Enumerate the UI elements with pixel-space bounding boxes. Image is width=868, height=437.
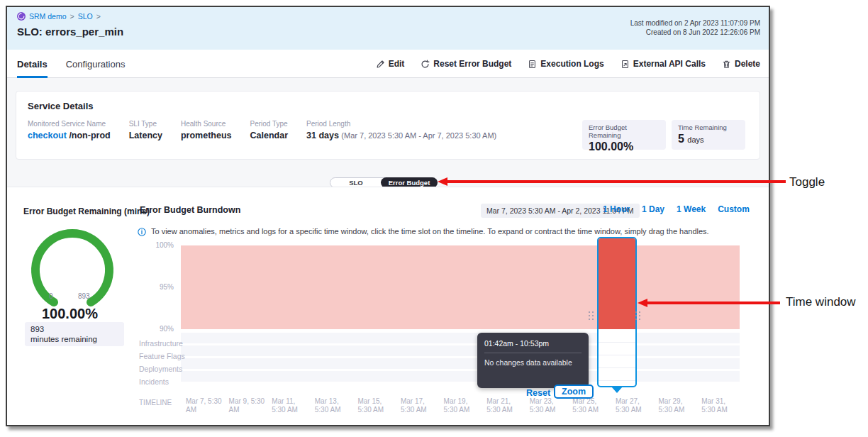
tooltip-message: No changes data available	[484, 358, 582, 367]
pencil-icon	[376, 60, 385, 69]
execution-logs-button[interactable]: Execution Logs	[528, 59, 603, 69]
tab-configurations[interactable]: Configurations	[66, 50, 126, 78]
timeline-tick[interactable]: Mar 27, 5:30 AM	[611, 397, 654, 414]
toggle-annotation-label: Toggle	[789, 175, 825, 189]
external-api-calls-button[interactable]: External API Calls	[621, 59, 706, 69]
field-period-length: Period Length 31 days (Mar 7, 2023 5:30 …	[306, 120, 496, 140]
trash-icon	[722, 60, 731, 69]
minutes-remaining-label: minutes remaining	[30, 334, 118, 344]
row-label-incidents: Incidents	[139, 377, 169, 386]
error-budget-panel: Error Budget Remaining (mins) 0 893 100.…	[7, 187, 769, 425]
change-row-stripe	[181, 371, 740, 382]
error-budget-gauge: 0 893	[30, 228, 115, 313]
time-remaining-tile: Time Remaining 5 days	[672, 120, 745, 150]
time-window-annotation-arrow	[647, 302, 780, 304]
gauge-percent: 100.00%	[42, 306, 98, 322]
change-row-stripe	[181, 358, 740, 369]
interval-custom[interactable]: Custom	[718, 204, 750, 214]
service-details-fields: Monitored Service Name checkout /non-pro…	[28, 120, 496, 140]
document-icon	[528, 60, 537, 69]
breadcrumb: SRM demo > SLO >	[17, 12, 101, 21]
interval-selector: 1 Hour 1 Day 1 Week Custom	[603, 204, 750, 214]
delete-label: Delete	[735, 59, 760, 69]
monitored-service-link[interactable]: checkout	[28, 131, 67, 140]
timeline-label: TIMELINE	[139, 399, 172, 406]
breadcrumb-separator: >	[96, 12, 101, 21]
tile-label: Error Budget Remaining	[589, 123, 660, 139]
time-window-pointer-icon	[611, 387, 623, 393]
timeline-tick[interactable]: Mar 25, 5:30 AM	[567, 397, 611, 414]
gauge-title: Error Budget Remaining (mins)	[23, 206, 150, 216]
info-icon	[138, 226, 146, 239]
reset-button[interactable]: Reset	[526, 388, 550, 398]
page-title: SLO: errors_per_min	[17, 26, 123, 38]
breadcrumb-project[interactable]: SRM demo	[29, 12, 67, 21]
time-window-right-handle[interactable]	[635, 311, 641, 321]
timeline-tick[interactable]: Mar 9, 5:30 AM	[224, 397, 267, 414]
timeline-tick[interactable]: Mar 15, 5:30 AM	[352, 397, 396, 414]
timeline-tick[interactable]: Mar 29, 5:30 AM	[654, 397, 697, 414]
timeline-tick[interactable]: Mar 19, 5:30 AM	[439, 397, 482, 414]
burndown-title: Error Budget Burndown	[140, 205, 240, 215]
reset-error-budget-button[interactable]: Reset Error Budget	[421, 59, 511, 69]
breadcrumb-separator: >	[70, 12, 74, 21]
row-label-deployments: Deployments	[139, 365, 182, 373]
error-budget-band[interactable]	[181, 245, 740, 329]
toggle-annotation-arrow	[447, 180, 786, 183]
y-tick-95: 95%	[104, 283, 174, 291]
toggle-annotation-arrowhead-icon	[438, 177, 447, 186]
delete-button[interactable]: Delete	[722, 59, 760, 69]
tab-bar: Details Configurations Edit Reset Error …	[7, 50, 769, 78]
external-api-calls-label: External API Calls	[633, 59, 706, 69]
time-remaining-unit: days	[687, 135, 703, 144]
page-body: Service Details Monitored Service Name c…	[7, 78, 769, 425]
field-monitored-service: Monitored Service Name checkout /non-pro…	[28, 120, 111, 140]
interval-1-hour[interactable]: 1 Hour	[603, 204, 630, 214]
reset-icon	[421, 60, 430, 69]
row-label-infrastructure: Infrastructure	[139, 339, 183, 348]
monitored-service-env: /non-prod	[69, 131, 110, 140]
health-source-value: prometheus	[181, 131, 232, 140]
breadcrumb-slo[interactable]: SLO	[78, 12, 93, 21]
interval-1-day[interactable]: 1 Day	[642, 204, 664, 214]
timeline-tick[interactable]: Mar 7, 5:30 AM	[181, 397, 224, 414]
created-text: Created on 8 Jun 2022 12:26:06 PM	[630, 28, 760, 37]
zoom-button[interactable]: Zoom	[554, 385, 594, 399]
field-health-source: Health Source prometheus	[181, 120, 232, 140]
edit-label: Edit	[389, 59, 405, 69]
field-label: Period Type	[250, 120, 289, 128]
gauge-max: 893	[78, 292, 90, 300]
gauge-min: 0	[49, 292, 53, 300]
edit-button[interactable]: Edit	[376, 59, 405, 69]
service-details-card: Service Details Monitored Service Name c…	[16, 91, 760, 160]
time-window-annotation-label: Time window	[786, 295, 856, 309]
external-document-icon	[621, 60, 630, 69]
timeline-tick[interactable]: Mar 23, 5:30 AM	[525, 397, 568, 414]
timeline-tick[interactable]: Mar 17, 5:30 AM	[396, 397, 439, 414]
srm-logo-icon	[17, 12, 26, 21]
toolbar: Edit Reset Error Budget Execution Logs	[376, 50, 760, 78]
app-window: SRM demo > SLO > SLO: errors_per_min Las…	[6, 6, 770, 426]
period-length-range: (Mar 7, 2023 5:30 AM - Apr 7, 2023 5:30 …	[341, 131, 496, 140]
timeline-axis: Mar 7, 5:30 AM Mar 9, 5:30 AM Mar 11, 5:…	[181, 397, 742, 414]
time-window-left-handle[interactable]	[589, 311, 594, 321]
time-window-annotation-arrowhead-icon	[638, 299, 647, 307]
tab-details[interactable]: Details	[17, 50, 48, 78]
interval-1-week[interactable]: 1 Week	[677, 204, 706, 214]
field-label: Period Length	[306, 120, 496, 128]
tile-label: Time Remaining	[678, 123, 739, 131]
change-row-stripe	[181, 333, 740, 343]
timeline-tick[interactable]: Mar 11, 5:30 AM	[267, 397, 310, 414]
timeline-tick[interactable]: Mar 21, 5:30 AM	[482, 397, 525, 414]
header-meta: Last modified on 2 Apr 2023 11:07:09 PM …	[630, 18, 760, 37]
row-label-feature-flags: Feature Flags	[139, 352, 185, 360]
period-length-value: 31 days	[306, 131, 339, 140]
changes-tooltip: 01:42am - 10:53pm No changes data availa…	[477, 333, 589, 388]
service-details-title: Service Details	[28, 101, 94, 111]
time-window-selection[interactable]	[597, 237, 637, 387]
tooltip-time-range: 01:42am - 10:53pm	[484, 339, 582, 348]
timeline-tick[interactable]: Mar 13, 5:30 AM	[310, 397, 353, 414]
reset-error-budget-label: Reset Error Budget	[433, 59, 511, 69]
timeline-tick[interactable]: Mar 31, 5:30 AM	[696, 397, 740, 414]
change-row-stripe	[181, 345, 740, 356]
